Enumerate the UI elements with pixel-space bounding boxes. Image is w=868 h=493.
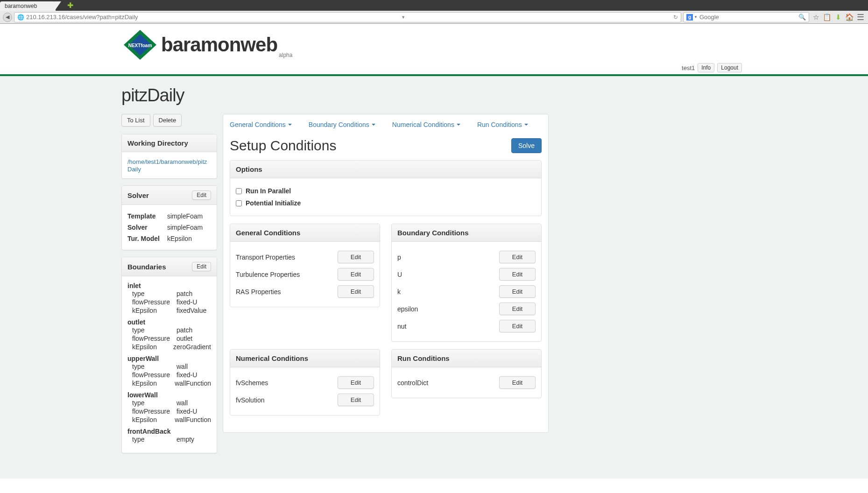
boundary-row-value: zeroGradient xyxy=(173,343,211,351)
solve-button[interactable]: Solve xyxy=(511,138,542,153)
condition-row: nutEdit xyxy=(397,317,536,335)
boundary-conditions-title: Boundary Conditions xyxy=(392,224,541,242)
edit-button[interactable]: Edit xyxy=(338,285,374,298)
tabs-bar: General ConditionsBoundary ConditionsNum… xyxy=(223,114,548,131)
boundary-row-value: outlet xyxy=(176,335,192,342)
boundary-group: inlettypepatchflowPressurefixed-UkEpsilo… xyxy=(127,282,211,315)
search-icon[interactable]: 🔍 xyxy=(798,14,806,21)
google-icon: g xyxy=(686,14,693,21)
boundary-row: kEpsilonzeroGradient xyxy=(127,343,211,351)
search-placeholder: Google xyxy=(699,14,719,21)
condition-label: p xyxy=(397,254,401,261)
working-directory-title: Working Directory xyxy=(122,134,217,152)
edit-button[interactable]: Edit xyxy=(499,303,536,315)
boundary-row-key: flowPressure xyxy=(132,408,176,415)
condition-label: Transport Properties xyxy=(236,254,295,261)
condition-label: fvSolution xyxy=(236,396,264,404)
tab-link[interactable]: Boundary Conditions xyxy=(308,118,376,131)
boundary-group: upperWalltypewallflowPressurefixed-UkEps… xyxy=(127,355,211,387)
condition-label: controlDict xyxy=(397,379,428,387)
boundary-row: typepatch xyxy=(127,326,211,334)
boundary-row: flowPressurefixed-U xyxy=(127,298,211,306)
boundary-row-value: wallFunction xyxy=(175,416,211,423)
tab-link[interactable]: Numerical Conditions xyxy=(391,118,461,131)
edit-button[interactable]: Edit xyxy=(338,251,374,263)
brand-logo[interactable]: NEXTfoam baramonweb alpha xyxy=(121,28,292,61)
solver-row-key: Solver xyxy=(127,224,167,231)
boundary-group: frontAndBacktypeempty xyxy=(127,428,211,444)
edit-button[interactable]: Edit xyxy=(499,320,536,332)
condition-row: fvSolutionEdit xyxy=(236,391,374,408)
edit-button[interactable]: Edit xyxy=(499,285,536,298)
condition-row: RAS PropertiesEdit xyxy=(236,283,374,300)
info-button[interactable]: Info xyxy=(698,63,714,72)
username-label: test1 xyxy=(682,64,695,71)
edit-button[interactable]: Edit xyxy=(338,376,374,389)
options-title: Options xyxy=(230,161,541,178)
condition-row: Transport PropertiesEdit xyxy=(236,248,374,266)
boundary-name: upperWall xyxy=(127,355,211,362)
condition-label: k xyxy=(397,288,401,296)
condition-row: controlDictEdit xyxy=(397,374,536,391)
option-checkbox[interactable] xyxy=(236,188,242,194)
edit-button[interactable]: Edit xyxy=(338,268,374,281)
edit-button[interactable]: Edit xyxy=(338,394,374,406)
search-engine-dropdown-icon[interactable]: ▼ xyxy=(694,15,698,19)
solver-row-value: simpleFoam xyxy=(167,212,203,220)
option-checkbox[interactable] xyxy=(236,200,242,206)
boundary-row: flowPressurefixed-U xyxy=(127,371,211,379)
browser-tab[interactable]: baramonweb xyxy=(0,1,56,11)
edit-button[interactable]: Edit xyxy=(499,251,536,263)
boundary-row-key: kEpsilon xyxy=(132,343,173,351)
condition-row: UEdit xyxy=(397,266,536,283)
downloads-icon[interactable]: ⬇ xyxy=(833,13,843,21)
home-icon[interactable]: 🏠 xyxy=(845,13,854,21)
bookmark-icon[interactable]: ☆ xyxy=(811,13,820,21)
new-tab-icon[interactable]: ✚ xyxy=(67,1,73,10)
clipboard-icon[interactable]: 📋 xyxy=(822,13,832,21)
boundary-row-key: flowPressure xyxy=(132,298,176,306)
solver-row-key: Template xyxy=(127,212,167,220)
boundary-row-key: type xyxy=(132,363,176,370)
solver-row: Tur. ModelkEpsilon xyxy=(127,233,211,244)
boundary-row: flowPressurefixed-U xyxy=(127,407,211,416)
option-label: Potential Initialize xyxy=(246,199,301,207)
solver-row: SolversimpleFoam xyxy=(127,222,211,233)
reload-icon[interactable]: ↻ xyxy=(670,14,678,21)
boundary-row: kEpsilonwallFunction xyxy=(127,416,211,424)
search-input[interactable]: g ▼ Google 🔍 xyxy=(683,12,809,22)
boundaries-edit-button[interactable]: Edit xyxy=(192,262,211,271)
run-conditions-title: Run Conditions xyxy=(392,350,541,367)
edit-button[interactable]: Edit xyxy=(499,268,536,281)
boundary-row: flowPressureoutlet xyxy=(127,334,211,343)
tab-label: Run Conditions xyxy=(477,121,522,128)
solver-row-value: simpleFoam xyxy=(167,224,203,231)
boundary-row: kEpsilonfixedValue xyxy=(127,306,211,315)
edit-button[interactable]: Edit xyxy=(499,376,536,389)
boundary-row-key: flowPressure xyxy=(132,371,176,379)
main-pane: General ConditionsBoundary ConditionsNum… xyxy=(223,114,549,433)
boundary-row-key: kEpsilon xyxy=(132,307,176,314)
condition-label: Turbulence Properties xyxy=(236,271,300,278)
menu-icon[interactable]: ☰ xyxy=(856,12,865,22)
general-conditions-panel: General Conditions Transport PropertiesE… xyxy=(230,224,380,307)
tab-link[interactable]: Run Conditions xyxy=(476,118,529,131)
logout-button[interactable]: Logout xyxy=(717,63,742,72)
to-list-button[interactable]: To List xyxy=(121,114,150,127)
nav-back-icon[interactable]: ◀ xyxy=(3,13,12,22)
boundaries-panel-title: Boundaries xyxy=(127,263,166,271)
url-input[interactable]: 🌐 210.16.213.16/cases/view?path=pitzDail… xyxy=(14,12,681,22)
option-row[interactable]: Run In Parallel xyxy=(236,185,536,197)
boundary-row: typewall xyxy=(127,362,211,371)
delete-button[interactable]: Delete xyxy=(153,114,182,127)
working-directory-link[interactable]: /home/test1/baramonweb/pitzDaily xyxy=(127,158,207,173)
tab-link[interactable]: General Conditions xyxy=(229,118,293,131)
condition-row: pEdit xyxy=(397,248,536,266)
url-dropdown-icon[interactable]: ▼ xyxy=(401,15,405,20)
brand-suffix: alpha xyxy=(279,52,292,58)
option-row[interactable]: Potential Initialize xyxy=(236,197,536,209)
condition-row: Turbulence PropertiesEdit xyxy=(236,266,374,283)
tab-label: Numerical Conditions xyxy=(392,121,454,128)
solver-edit-button[interactable]: Edit xyxy=(192,190,211,200)
boundary-row-key: type xyxy=(132,326,176,334)
